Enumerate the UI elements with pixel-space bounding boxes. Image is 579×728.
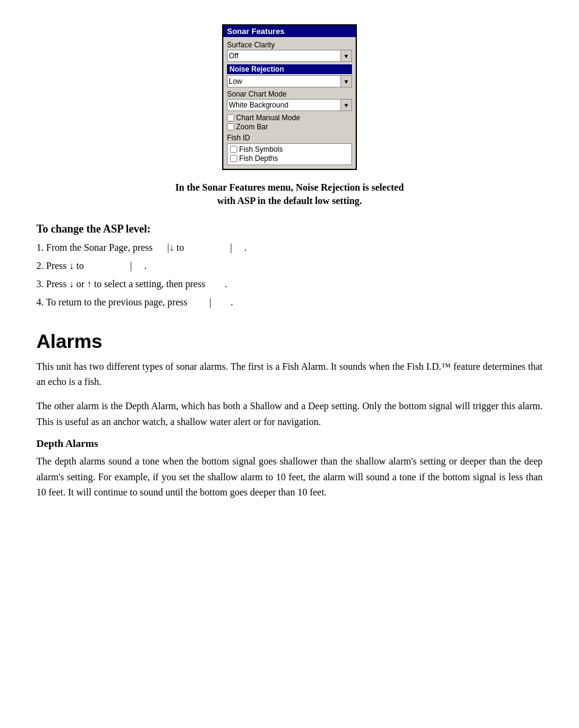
caption-line1: In the Sonar Features menu, Noise Reject… xyxy=(175,182,404,192)
step-2: 2. Press ↓ to | . xyxy=(36,259,246,273)
sonar-chart-mode-input[interactable] xyxy=(227,99,341,111)
depth-alarms-text: The depth alarms sound a tone when the b… xyxy=(36,454,543,500)
dialog-title: Sonar Features xyxy=(227,27,285,36)
fish-symbols-checkbox[interactable] xyxy=(230,146,237,153)
step-1: 1. From the Sonar Page, press |↓ to | . xyxy=(36,240,246,255)
fish-symbols-row: Fish Symbols xyxy=(230,145,349,154)
noise-rejection-input[interactable] xyxy=(227,75,341,87)
fish-id-section: Fish ID Fish Symbols Fish Depths xyxy=(227,134,352,165)
dialog-title-bar: Sonar Features xyxy=(223,26,356,37)
zoom-bar-label: Zoom Bar xyxy=(236,123,268,131)
page-content: Sonar Features Surface Clarity ▼ Noise R… xyxy=(36,24,543,509)
depth-alarms-heading: Depth Alarms xyxy=(36,438,98,450)
fish-depths-row: Fish Depths xyxy=(230,154,349,163)
fish-depths-checkbox[interactable] xyxy=(230,155,237,162)
dialog-body: Surface Clarity ▼ Noise Rejection ▼ Sona… xyxy=(223,37,356,169)
asp-steps: 1. From the Sonar Page, press |↓ to | . … xyxy=(36,240,246,313)
step-3: 3. Press ↓ or ↑ to select a setting, the… xyxy=(36,277,246,291)
chart-manual-mode-label: Chart Manual Mode xyxy=(236,114,300,122)
step-4: 4. To return to the previous page, press… xyxy=(36,295,246,310)
chart-manual-mode-row: Chart Manual Mode xyxy=(227,114,352,122)
alarms-paragraph1: This unit has two different types of son… xyxy=(36,359,543,390)
dialog-wrapper: Sonar Features Surface Clarity ▼ Noise R… xyxy=(36,24,543,170)
chart-manual-mode-checkbox[interactable] xyxy=(227,114,234,121)
caption-line2: with ASP in the default low setting. xyxy=(217,196,362,206)
zoom-bar-row: Zoom Bar xyxy=(227,123,352,131)
noise-rejection-dropdown-arrow[interactable]: ▼ xyxy=(341,75,352,87)
noise-rejection-select-wrapper: ▼ xyxy=(227,75,352,87)
asp-heading: To change the ASP level: xyxy=(36,223,151,236)
sonar-chart-mode-select-wrapper: ▼ xyxy=(227,99,352,111)
surface-clarity-select-wrapper: ▼ xyxy=(227,50,352,62)
fish-id-label: Fish ID xyxy=(227,134,352,142)
caption: In the Sonar Features menu, Noise Reject… xyxy=(36,181,543,208)
alarms-heading: Alarms xyxy=(36,330,103,353)
surface-clarity-input[interactable] xyxy=(227,50,341,62)
fish-symbols-label: Fish Symbols xyxy=(239,145,283,154)
sonar-features-dialog: Sonar Features Surface Clarity ▼ Noise R… xyxy=(222,24,357,170)
noise-rejection-header: Noise Rejection xyxy=(227,64,352,74)
fish-id-box: Fish Symbols Fish Depths xyxy=(227,143,352,165)
sonar-chart-mode-label: Sonar Chart Mode xyxy=(227,90,352,98)
alarms-paragraph2: The other alarm is the Depth Alarm, whic… xyxy=(36,398,543,429)
fish-depths-label: Fish Depths xyxy=(239,154,278,163)
zoom-bar-checkbox[interactable] xyxy=(227,123,234,131)
sonar-chart-mode-dropdown-arrow[interactable]: ▼ xyxy=(341,99,352,111)
surface-clarity-label: Surface Clarity xyxy=(227,41,352,49)
surface-clarity-dropdown-arrow[interactable]: ▼ xyxy=(341,50,352,62)
